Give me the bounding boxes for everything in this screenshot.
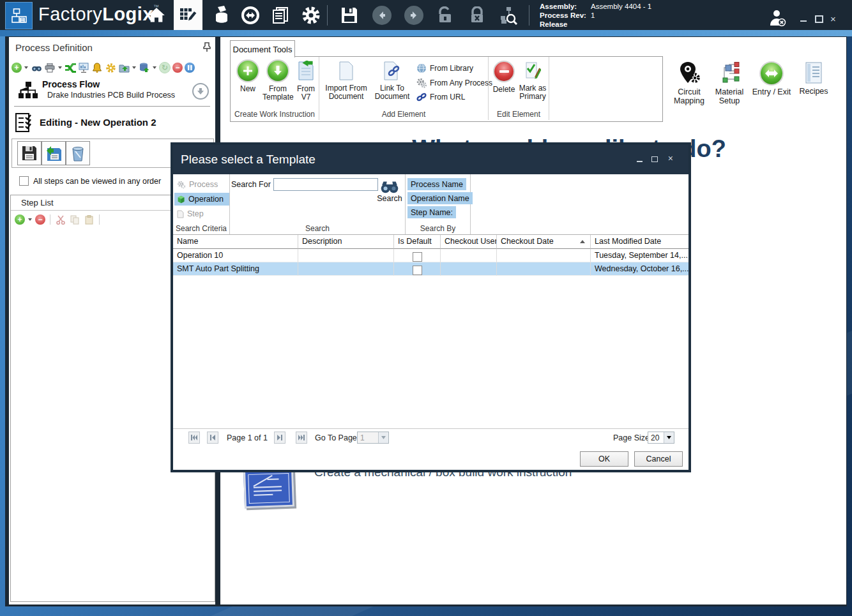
material-setup-label: Material Setup <box>715 87 743 105</box>
feeder-setup-icon[interactable] <box>211 5 232 26</box>
delete-button[interactable]: Delete <box>490 61 518 94</box>
pause-icon[interactable] <box>185 63 195 73</box>
from-any-process-button[interactable]: From Any Process <box>416 78 492 88</box>
save-icon[interactable] <box>339 5 360 26</box>
minimize-icon[interactable] <box>637 156 643 165</box>
cell-description <box>298 262 394 276</box>
criteria-operation[interactable]: Operation <box>174 193 229 206</box>
column-header-last-modified[interactable]: Last Modified Date <box>591 235 688 249</box>
table-row[interactable]: Operation 10 Tuesday, September 14,... <box>173 249 688 262</box>
checkout-date-label: Checkout Date <box>501 237 554 246</box>
copy-icon[interactable] <box>69 214 80 225</box>
print-icon[interactable] <box>44 62 56 73</box>
search-button[interactable]: Search <box>377 177 402 211</box>
template-table: Name Description Is Default Checkout Use… <box>173 235 688 276</box>
column-header-description[interactable]: Description <box>298 235 394 249</box>
column-header-checkout-user[interactable]: Checkout User <box>441 235 497 249</box>
close-icon[interactable]: × <box>668 153 673 163</box>
cancel-button[interactable]: Cancel <box>634 451 683 467</box>
goto-page-label: Go To Page <box>315 433 357 442</box>
criteria-step-label: Step <box>187 209 204 218</box>
page-size-combo[interactable]: 20 <box>648 432 674 444</box>
is-default-checkbox[interactable] <box>413 266 422 275</box>
shuffle-icon[interactable] <box>65 62 76 73</box>
cell-checkout-user <box>441 262 497 276</box>
process-search-icon[interactable] <box>498 5 519 26</box>
back-icon[interactable] <box>371 5 393 26</box>
gear-icon[interactable] <box>105 62 116 73</box>
from-template-button[interactable]: From Template <box>262 61 293 101</box>
from-v7-button[interactable]: From V7 <box>294 61 317 101</box>
table-row-selected[interactable]: SMT Auto Part Splitting Wednesday, Octob… <box>173 262 688 276</box>
recipes-button[interactable]: Recipes <box>794 61 833 96</box>
delete-db-dropdown-icon[interactable] <box>153 66 156 69</box>
forward-icon[interactable] <box>403 5 425 26</box>
process-flow-row[interactable]: Process Flow Drake Industries PCB Build … <box>14 79 210 105</box>
dropdown-arrow-icon <box>664 432 674 443</box>
pin-icon[interactable] <box>202 42 211 52</box>
tab-document-tools[interactable]: Document Tools <box>230 40 295 57</box>
first-page-icon[interactable] <box>188 432 200 444</box>
column-header-checkout-date[interactable]: Checkout Date <box>497 235 591 249</box>
collapse-arrow-icon[interactable] <box>192 83 209 100</box>
mark-as-primary-button[interactable]: Mark as Primary <box>518 61 547 101</box>
print-dropdown-icon[interactable] <box>58 66 62 69</box>
blueprint-icon[interactable] <box>243 469 294 509</box>
ok-button[interactable]: OK <box>580 451 628 467</box>
column-header-name[interactable]: Name <box>173 235 298 249</box>
from-library-button[interactable]: From Library <box>416 63 473 73</box>
maximize-icon[interactable] <box>815 15 823 23</box>
import-from-document-button[interactable]: Import From Document <box>323 61 369 101</box>
find-icon[interactable] <box>31 62 42 73</box>
entry-exit-button[interactable]: Entry / Exit <box>752 61 791 96</box>
paste-icon[interactable] <box>83 214 95 225</box>
presentation-icon[interactable] <box>78 62 89 73</box>
add-dropdown-icon[interactable] <box>24 66 28 69</box>
trash-button[interactable] <box>66 141 90 165</box>
cut-icon[interactable] <box>55 214 66 225</box>
dialog-titlebar[interactable]: Please select a Template × <box>173 145 688 174</box>
column-header-is-default[interactable]: Is Default <box>394 235 441 249</box>
close-icon[interactable]: × <box>830 13 836 24</box>
order-checkbox[interactable] <box>19 176 29 186</box>
search-by-step-name[interactable]: Step Name: <box>407 206 456 218</box>
refresh-icon[interactable]: ↻ <box>159 62 171 73</box>
lock-cancel-icon[interactable] <box>466 5 488 26</box>
goto-page-combo[interactable]: 1 <box>357 432 389 444</box>
circuit-mapping-button[interactable]: Circuit Mapping <box>669 61 709 105</box>
add-dropdown-icon[interactable] <box>28 218 32 221</box>
prev-page-icon[interactable] <box>207 432 218 444</box>
save-import-button[interactable] <box>42 141 66 165</box>
circuit-mapping-icon <box>678 61 700 86</box>
is-default-checkbox[interactable] <box>413 252 422 262</box>
search-input[interactable] <box>273 178 378 191</box>
save-button[interactable] <box>17 141 42 165</box>
maximize-icon[interactable] <box>651 155 658 164</box>
export-icon[interactable] <box>118 62 130 73</box>
next-page-icon[interactable] <box>274 432 285 444</box>
export-dropdown-icon[interactable] <box>132 66 136 69</box>
process-definition-icon[interactable] <box>177 5 199 26</box>
new-button[interactable]: New <box>234 61 261 93</box>
remove-icon[interactable]: − <box>172 63 183 73</box>
user-signout-icon[interactable] <box>766 8 788 28</box>
last-page-icon[interactable] <box>296 432 307 444</box>
remove-icon[interactable]: − <box>35 214 45 225</box>
delete-db-icon[interactable] <box>139 62 150 73</box>
bell-icon[interactable] <box>91 62 103 73</box>
search-by-operation-name[interactable]: Operation Name <box>407 192 473 204</box>
search-by-process-name[interactable]: Process Name <box>407 178 466 190</box>
add-icon[interactable]: + <box>15 214 25 225</box>
sync-icon[interactable] <box>240 5 261 26</box>
link-to-document-button[interactable]: Link To Document <box>372 61 413 101</box>
from-url-button[interactable]: From URL <box>416 93 465 101</box>
unlock-icon[interactable] <box>434 5 456 26</box>
group-label: Search <box>230 224 405 233</box>
minimize-icon[interactable] <box>800 17 807 22</box>
add-icon[interactable]: + <box>11 63 22 73</box>
delete-label: Delete <box>493 85 515 94</box>
home-icon[interactable] <box>146 5 167 26</box>
settings-gear-icon[interactable] <box>300 5 322 26</box>
material-setup-button[interactable]: Material Setup <box>710 61 749 105</box>
documents-icon[interactable] <box>270 5 291 26</box>
